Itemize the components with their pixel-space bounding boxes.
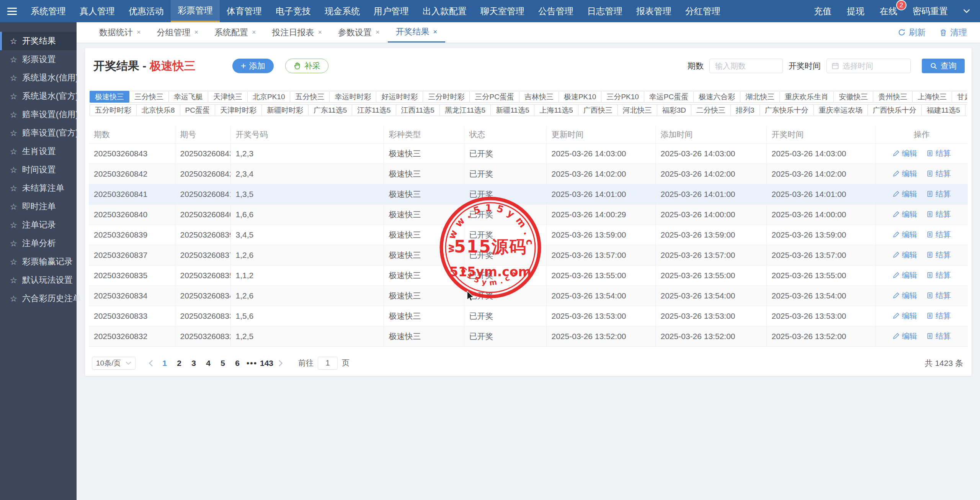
edit-button[interactable]: 编辑 <box>893 169 917 179</box>
edit-button[interactable]: 编辑 <box>893 148 917 159</box>
period-input[interactable] <box>709 59 783 73</box>
tab-close-icon[interactable]: × <box>433 28 438 36</box>
supplement-collect-button[interactable]: 补采 <box>285 59 328 73</box>
add-button[interactable]: + 添加 <box>232 59 274 73</box>
topnav-item-4[interactable]: 体育管理 <box>220 0 269 22</box>
lottery-type-1-3[interactable]: 天津快三 <box>208 91 248 103</box>
hamburger-menu-icon[interactable] <box>0 0 24 22</box>
tab-3[interactable]: 投注日报表× <box>264 22 330 43</box>
sidebar-item-12[interactable]: ☆彩票输赢记录 <box>0 252 77 271</box>
lottery-type-1-7[interactable]: 好运时时彩 <box>376 91 423 103</box>
sidebar-item-8[interactable]: ☆未结算注单 <box>0 179 77 197</box>
topnav-item-6[interactable]: 现金系统 <box>318 0 367 22</box>
lottery-type-2-3[interactable]: 天津时时彩 <box>215 104 262 116</box>
edit-button[interactable]: 编辑 <box>893 331 917 341</box>
topnav-item-5[interactable]: 电子竞技 <box>269 0 318 22</box>
page-number-5[interactable]: 5 <box>216 359 229 368</box>
lottery-type-1-20[interactable]: 甘肃快三 <box>952 91 967 103</box>
settle-button[interactable]: 结算 <box>926 148 951 159</box>
sidebar-item-7[interactable]: ☆时间设置 <box>0 161 77 179</box>
lottery-type-2-16[interactable]: 广东快乐十分 <box>760 104 814 116</box>
clear-button[interactable]: 清理 <box>939 27 967 38</box>
tab-5[interactable]: 开奖结果× <box>388 22 446 43</box>
tab-4[interactable]: 参数设置× <box>330 22 388 43</box>
topnav-item-10[interactable]: 公告管理 <box>531 0 580 22</box>
edit-button[interactable]: 编辑 <box>893 311 917 321</box>
page-number-3[interactable]: 3 <box>187 359 200 368</box>
topnav-item-13[interactable]: 分红管理 <box>678 0 727 22</box>
page-size-select[interactable]: 10条/页 <box>92 357 136 370</box>
edit-button[interactable]: 编辑 <box>893 290 917 301</box>
sidebar-item-10[interactable]: ☆注单记录 <box>0 216 77 234</box>
lottery-type-1-8[interactable]: 三分时时彩 <box>423 91 470 103</box>
lottery-type-2-10[interactable]: 上海11选5 <box>534 104 578 116</box>
edit-button[interactable]: 编辑 <box>893 189 917 199</box>
page-number-6[interactable]: 6 <box>231 359 244 368</box>
lottery-type-2-19[interactable]: 福建11选5 <box>921 104 965 116</box>
settle-button[interactable]: 结算 <box>926 270 951 280</box>
lottery-type-2-11[interactable]: 广西快三 <box>578 104 618 116</box>
chevron-down-icon[interactable] <box>963 9 970 13</box>
settle-button[interactable]: 结算 <box>926 230 951 240</box>
lottery-type-2-13[interactable]: 福彩3D <box>657 104 691 116</box>
topbar-online[interactable]: 在线 2 <box>880 5 897 17</box>
settle-button[interactable]: 结算 <box>926 169 951 179</box>
tab-1[interactable]: 分组管理× <box>149 22 207 43</box>
sidebar-item-9[interactable]: ☆即时注单 <box>0 197 77 216</box>
prev-page-button[interactable] <box>144 360 157 367</box>
sidebar-item-4[interactable]: ☆赔率设置(信用) <box>0 105 77 124</box>
query-button[interactable]: 查询 <box>922 59 965 73</box>
goto-page-input[interactable] <box>318 357 338 370</box>
page-number-2[interactable]: 2 <box>173 359 186 368</box>
lottery-type-2-14[interactable]: 二分快三 <box>691 104 731 116</box>
sidebar-item-5[interactable]: ☆赔率设置(官方) <box>0 124 77 142</box>
topnav-item-9[interactable]: 聊天室管理 <box>474 0 531 22</box>
lottery-type-1-12[interactable]: 三分PK10 <box>601 91 644 103</box>
lottery-type-1-15[interactable]: 湖北快三 <box>740 91 780 103</box>
lottery-type-1-2[interactable]: 幸运飞艇 <box>168 91 208 103</box>
tab-close-icon[interactable]: × <box>318 28 322 36</box>
lottery-type-2-15[interactable]: 排列3 <box>730 104 760 116</box>
topnav-item-11[interactable]: 日志管理 <box>580 0 629 22</box>
lottery-type-1-19[interactable]: 上海快三 <box>912 91 952 103</box>
page-number-4[interactable]: 4 <box>202 359 215 368</box>
lottery-type-2-9[interactable]: 新疆11选5 <box>490 104 534 116</box>
lottery-type-2-18[interactable]: 广西快乐十分 <box>867 104 922 116</box>
lottery-type-2-1[interactable]: 北京快乐8 <box>136 104 180 116</box>
lottery-type-1-1[interactable]: 三分快三 <box>129 91 169 103</box>
lottery-type-1-11[interactable]: 极速PK10 <box>559 91 601 103</box>
settle-button[interactable]: 结算 <box>926 290 951 301</box>
topnav-item-2[interactable]: 优惠活动 <box>122 0 171 22</box>
topnav-item-1[interactable]: 真人管理 <box>73 0 122 22</box>
topbar-recharge[interactable]: 充值 <box>814 5 831 17</box>
lottery-type-1-10[interactable]: 吉林快三 <box>519 91 559 103</box>
sidebar-item-6[interactable]: ☆生肖设置 <box>0 142 77 161</box>
lottery-type-1-16[interactable]: 重庆欢乐生肖 <box>779 91 834 103</box>
lottery-type-2-20[interactable]: 幸运六合彩 <box>965 104 967 116</box>
lottery-type-2-7[interactable]: 江西11选5 <box>396 104 440 116</box>
sidebar-item-1[interactable]: ☆彩票设置 <box>0 50 77 69</box>
lottery-type-2-6[interactable]: 江苏11选5 <box>352 104 396 116</box>
lottery-type-1-0[interactable]: 极速快三 <box>90 91 129 103</box>
edit-button[interactable]: 编辑 <box>893 250 917 260</box>
lottery-type-1-9[interactable]: 三分PC蛋蛋 <box>469 91 519 103</box>
tab-close-icon[interactable]: × <box>137 28 141 36</box>
sidebar-item-3[interactable]: ☆系统退水(官方) <box>0 87 77 105</box>
topnav-item-12[interactable]: 报表管理 <box>629 0 678 22</box>
sidebar-item-11[interactable]: ☆注单分析 <box>0 234 77 252</box>
settle-button[interactable]: 结算 <box>926 311 951 321</box>
sidebar-item-14[interactable]: ☆六合彩历史注单 <box>0 289 77 308</box>
lottery-type-2-2[interactable]: PC蛋蛋 <box>180 104 215 116</box>
sidebar-item-2[interactable]: ☆系统退水(信用) <box>0 69 77 87</box>
topnav-item-7[interactable]: 用户管理 <box>367 0 416 22</box>
lottery-type-1-6[interactable]: 幸运时时彩 <box>329 91 376 103</box>
tab-close-icon[interactable]: × <box>252 28 256 36</box>
tab-2[interactable]: 系统配置× <box>206 22 264 43</box>
tab-0[interactable]: 数据统计× <box>91 22 149 43</box>
lottery-type-1-13[interactable]: 幸运PC蛋蛋 <box>644 91 694 103</box>
lottery-type-2-4[interactable]: 新疆时时彩 <box>261 104 309 116</box>
edit-button[interactable]: 编辑 <box>893 209 917 220</box>
settle-button[interactable]: 结算 <box>926 250 951 260</box>
lottery-type-1-5[interactable]: 五分快三 <box>290 91 330 103</box>
lottery-type-1-14[interactable]: 极速六合彩 <box>693 91 740 103</box>
